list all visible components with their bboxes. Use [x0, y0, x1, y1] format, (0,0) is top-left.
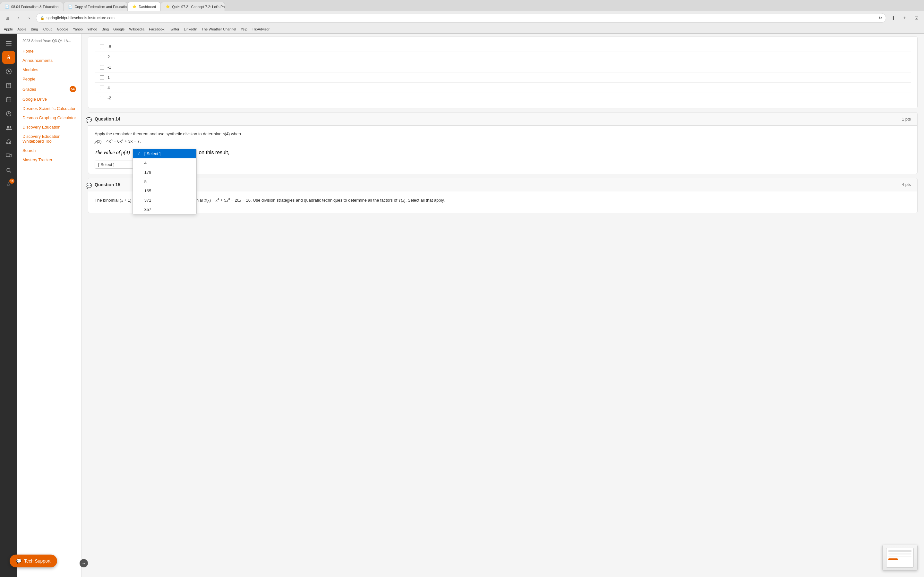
bookmark-apple1[interactable]: Apple [4, 27, 13, 31]
course-title: 2023 School Year: Q3-Q4 LA... [17, 37, 81, 47]
q14-dropdown-row: The value of p(4) [ Select ] ▼ ✓ [ Selec… [95, 149, 911, 157]
tech-support-icon: 💬 [16, 558, 21, 564]
answer-label: -1 [107, 65, 111, 69]
bookmark-weather[interactable]: The Weather Channel [202, 27, 236, 31]
nav-account[interactable]: A [2, 51, 15, 64]
answer-checkbox[interactable] [100, 65, 104, 69]
nav-starred[interactable]: ☆ 10 [2, 178, 15, 191]
bookmark-bing2[interactable]: Bing [102, 27, 109, 31]
nav-announcements[interactable]: Announcements [17, 56, 81, 65]
q14-body: Apply the remainder theorem and use synt… [88, 126, 917, 174]
nav-modules[interactable]: Modules [17, 65, 81, 74]
bookmark-wikipedia[interactable]: Wikipedia [129, 27, 145, 31]
nav-search-label: Search [23, 148, 36, 153]
nav-people[interactable]: People [17, 74, 81, 84]
nav-grades[interactable]: Grades 54 [17, 84, 81, 95]
answer-checkbox[interactable] [100, 75, 104, 80]
answer-option: -8 [95, 42, 911, 52]
svg-point-13 [7, 126, 9, 128]
answer-option: 2 [95, 52, 911, 62]
dropdown-option-179[interactable]: 179 [133, 168, 196, 177]
comment-icon[interactable]: 💬 [86, 117, 92, 123]
q13-body: -8 2 -1 1 4 [88, 37, 917, 108]
new-tab-button[interactable]: + [900, 13, 909, 23]
dropdown-option-label: 4 [144, 161, 147, 165]
nav-desmos-sci[interactable]: Desmos Scientific Calculator [17, 104, 81, 113]
nav-desmos-graph[interactable]: Desmos Graphing Calculator [17, 113, 81, 122]
collapse-sidebar-button[interactable]: → [79, 559, 88, 567]
q14-select-wrapper: [ Select ] ▼ ✓ [ Select ] 4 [132, 149, 178, 157]
answer-checkbox[interactable] [100, 45, 104, 49]
answer-label: -8 [107, 44, 111, 49]
dropdown-option-357[interactable]: 357 [133, 205, 196, 214]
bookmark-tripadvisor[interactable]: TripAdvisor [252, 27, 270, 31]
url-bar[interactable]: 🔒 springfieldpublicschools.instructure.c… [36, 13, 886, 23]
dropdown-option-4[interactable]: 4 [133, 158, 196, 168]
bookmark-icloud[interactable]: iCloud [42, 27, 52, 31]
bookmark-yahoo1[interactable]: Yahoo [73, 27, 83, 31]
q15-comment-icon[interactable]: 💬 [86, 183, 92, 189]
nav-discovery-edu-label: Discovery Education [23, 125, 61, 129]
tech-support-button[interactable]: 💬 Tech Support [10, 554, 57, 567]
bookmark-facebook[interactable]: Facebook [149, 27, 164, 31]
q15-header: Question 15 4 pts [88, 178, 917, 191]
nav-conferences[interactable] [2, 150, 15, 163]
nav-search[interactable]: Search [17, 146, 81, 155]
bookmark-twitter[interactable]: Twitter [169, 27, 179, 31]
answer-checkbox[interactable] [100, 96, 104, 100]
nav-groups[interactable] [2, 121, 15, 134]
question-14-card: 💬 Question 14 1 pts Apply the remainder … [88, 112, 918, 174]
forward-button[interactable]: › [25, 14, 33, 22]
answer-checkbox[interactable] [100, 55, 104, 59]
dropdown-option-select[interactable]: ✓ [ Select ] [133, 149, 196, 158]
dropdown-option-5[interactable]: 5 [133, 177, 196, 186]
q14-eq-parens: (x) = 4x3 − 6x2 + 3x − 7. [97, 139, 141, 143]
bookmark-linkedin[interactable]: LinkedIn [184, 27, 197, 31]
global-nav: A [0, 34, 17, 577]
q14-text: Apply the remainder theorem and use synt… [95, 131, 911, 145]
svg-rect-0 [6, 41, 11, 42]
svg-rect-1 [6, 43, 11, 44]
nav-dashboard[interactable] [2, 65, 15, 78]
nav-menu[interactable] [2, 37, 15, 50]
content-area: -8 2 -1 1 4 [81, 34, 924, 577]
dropdown-option-371[interactable]: 371 [133, 195, 196, 205]
browser-toolbar: ⊞ ‹ › 🔒 springfieldpublicschools.instruc… [0, 11, 924, 25]
back-button[interactable]: ‹ [14, 14, 23, 22]
nav-googledrive[interactable]: Google Drive [17, 95, 81, 104]
grid-button[interactable]: ⊞ [3, 14, 11, 22]
dropdown-option-label: [ Select ] [144, 151, 161, 156]
nav-mastery-tracker[interactable]: Mastery Tracker [17, 155, 81, 164]
nav-commons[interactable] [2, 135, 15, 148]
bookmark-apple2[interactable]: Apple [17, 27, 26, 31]
answer-checkbox[interactable] [100, 85, 104, 90]
nav-calendar[interactable] [2, 93, 15, 106]
dropdown-option-165[interactable]: 165 [133, 186, 196, 195]
nav-courses[interactable] [2, 79, 15, 92]
bookmark-yelp[interactable]: Yelp [241, 27, 247, 31]
sidebar-button[interactable]: ⊡ [912, 13, 921, 23]
nav-discovery-edu[interactable]: Discovery Education [17, 122, 81, 132]
bookmark-google2[interactable]: Google [113, 27, 124, 31]
answer-option: -2 [95, 93, 911, 103]
nav-discovery-whiteboard[interactable]: Discovery Education Whiteboard Tool [17, 132, 81, 146]
bookmark-bing1[interactable]: Bing [31, 27, 38, 31]
q14-text-pre: Apply the remainder theorem and use synt… [95, 131, 223, 136]
tab-favicon: 📄 [5, 5, 9, 9]
q14-factor-value: [ Select ] [98, 162, 115, 167]
q15-pts: 4 pts [902, 182, 911, 187]
tab-quiz[interactable]: ⭐ Quiz: 07.21 Concept 7.2: Let's Practic… [161, 2, 225, 11]
nav-home[interactable]: Home [17, 47, 81, 56]
tech-support-label: Tech Support [24, 558, 51, 564]
tab-favicon: ⭐ [132, 5, 137, 9]
bookmark-yahoo2[interactable]: Yahoo [87, 27, 97, 31]
bookmark-google1[interactable]: Google [57, 27, 68, 31]
tab-federalism[interactable]: 📄 08.04 Federalism & Education [0, 2, 63, 11]
tab-venn[interactable]: 📄 Copy of Federalism and Education Venn … [63, 2, 128, 11]
nav-search[interactable] [2, 164, 15, 177]
tab-label: Copy of Federalism and Education Venn Di… [74, 5, 128, 9]
tab-dashboard[interactable]: ⭐ Dashboard [128, 2, 161, 11]
course-nav: 2023 School Year: Q3-Q4 LA... Home Annou… [17, 34, 81, 577]
share-button[interactable]: ⬆ [889, 13, 898, 23]
nav-history[interactable] [2, 107, 15, 120]
